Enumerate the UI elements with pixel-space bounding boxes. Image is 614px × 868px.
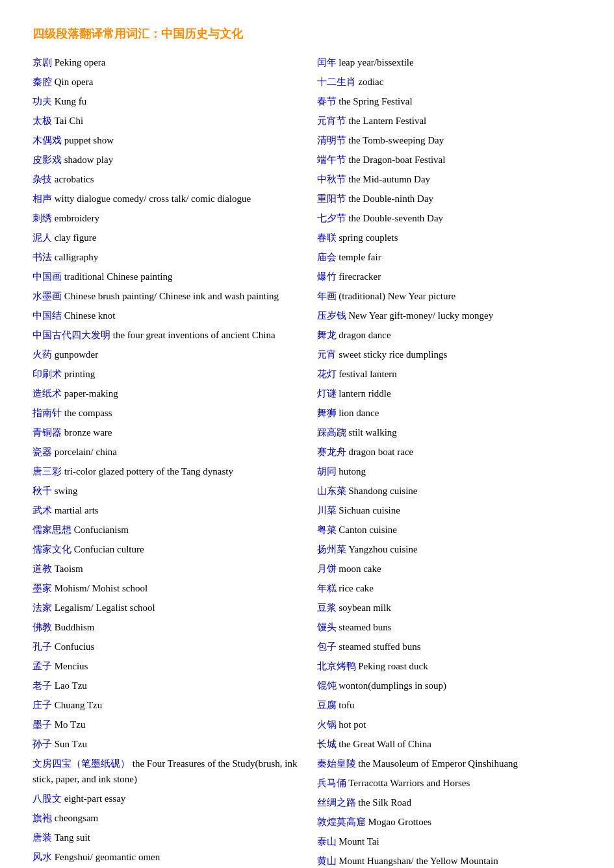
en-text: Lao Tzu [55, 680, 87, 691]
en-text: spring couplets [339, 232, 398, 243]
zh-text: 丝绸之路 [317, 797, 359, 808]
en-text: zodiac [358, 77, 383, 87]
zh-text: 扬州菜 [317, 544, 349, 554]
zh-text: 重阳节 [317, 193, 349, 204]
en-text: swing [55, 486, 78, 496]
zh-text: 泥人 [32, 232, 55, 243]
list-item: 舞狮 lion dance [317, 405, 582, 421]
en-text: steamed buns [339, 622, 391, 632]
list-item: 踩高跷 stilt walking [317, 425, 582, 440]
zh-text: 庄子 [32, 700, 55, 710]
list-item: 丝绸之路 the Silk Road [317, 795, 582, 810]
list-item: 道教 Taoism [32, 561, 298, 577]
en-text: Mount Tai [339, 836, 379, 847]
list-item: 孔子 Confucius [32, 639, 298, 654]
list-item: 扬州菜 Yangzhou cuisine [317, 541, 582, 557]
en-text: the Tomb-sweeping Day [348, 135, 444, 145]
en-text: festival lantern [339, 369, 397, 379]
zh-text: 长城 [317, 739, 339, 749]
en-text: Tai Chi [55, 116, 83, 126]
zh-text: 舞狮 [317, 408, 339, 418]
en-text: cheongsam [55, 813, 98, 823]
left-column: 京剧 Peking opera秦腔 Qin opera功夫 Kung fu太极 … [32, 55, 311, 868]
en-text: eight-part essay [64, 793, 126, 804]
list-item: 山东菜 Shandong cuisine [317, 483, 582, 499]
zh-text: 孙子 [32, 739, 55, 749]
en-text: sweet sticky rice dumplings [339, 349, 447, 360]
list-item: 墨家 Mohism/ Mohist school [32, 580, 298, 596]
zh-text: 佛教 [32, 622, 55, 632]
en-text: moon cake [339, 564, 381, 574]
zh-text: 唐三彩 [32, 466, 64, 477]
list-item: 秋千 swing [32, 483, 298, 499]
page-title: 四级段落翻译常用词汇：中国历史与文化 [32, 26, 582, 42]
en-text: Fengshui/ geomantic omen [55, 852, 160, 862]
zh-text: 儒家思想 [32, 525, 74, 535]
en-text: puppet show [64, 135, 114, 145]
en-text: the Lantern Festival [348, 116, 426, 126]
list-item: 法家 Legalism/ Legalist school [32, 600, 298, 615]
zh-text: 山东菜 [317, 486, 349, 496]
list-item: 武术 martial arts [32, 502, 298, 518]
zh-text: 粤菜 [317, 525, 339, 535]
list-item: 孙子 Sun Tzu [32, 736, 298, 752]
list-item: 粤菜 Canton cuisine [317, 522, 582, 538]
zh-text: 七夕节 [317, 213, 349, 223]
en-text: Kung fu [55, 96, 87, 106]
en-text: Tang suit [55, 832, 90, 843]
list-item: 火药 gunpowder [32, 347, 298, 362]
en-text: the Silk Road [358, 797, 411, 808]
en-text: porcelain/ china [55, 447, 117, 457]
list-item: 京剧 Peking opera [32, 55, 298, 70]
en-text: gunpowder [55, 349, 99, 360]
en-text: embroidery [55, 213, 99, 223]
list-item: 木偶戏 puppet show [32, 132, 298, 148]
zh-text: 秦始皇陵 [317, 758, 359, 769]
list-item: 佛教 Buddhism [32, 619, 298, 635]
list-item: 馒头 steamed buns [317, 619, 582, 635]
zh-text: 秦腔 [32, 77, 55, 87]
zh-text: 爆竹 [317, 271, 339, 282]
zh-text: 孟子 [32, 661, 55, 671]
en-text: printing [64, 369, 96, 379]
en-text: Mount Huangshan/ the Yellow Mountain [339, 856, 498, 866]
en-text: the Great Wall of China [339, 739, 431, 749]
zh-text: 中秋节 [317, 174, 349, 184]
zh-text: 中国古代四大发明 [32, 330, 113, 340]
list-item: 功夫 Kung fu [32, 93, 298, 109]
list-item: 泥人 clay figure [32, 230, 298, 245]
list-item: 川菜 Sichuan cuisine [317, 502, 582, 518]
en-text: Qin opera [55, 77, 94, 87]
en-text: Chinese knot [64, 310, 116, 321]
list-item: 文房四宝（笔墨纸砚） the Four Treasures of the Stu… [32, 756, 298, 787]
en-text: wonton(dumplings in soup) [339, 680, 446, 691]
list-item: 唐三彩 tri-color glazed pottery of the Tang… [32, 464, 298, 479]
list-item: 十二生肖 zodiac [317, 74, 582, 90]
list-item: 月饼 moon cake [317, 561, 582, 577]
zh-text: 年糕 [317, 583, 339, 593]
zh-text: 京剧 [32, 57, 55, 68]
zh-text: 功夫 [32, 96, 55, 106]
zh-text: 年画 [317, 291, 339, 301]
list-item: 指南针 the compass [32, 405, 298, 421]
list-item: 年糕 rice cake [317, 580, 582, 596]
en-text: Confucian culture [74, 544, 144, 554]
zh-text: 秋千 [32, 486, 55, 496]
zh-text: 兵马俑 [317, 778, 349, 788]
list-item: 压岁钱 New Year gift-money/ lucky mongey [317, 308, 582, 323]
list-item: 孟子 Mencius [32, 658, 298, 674]
zh-text: 北京烤鸭 [317, 661, 359, 671]
en-text: Mogao Grottoes [368, 817, 431, 827]
en-text: traditional Chinese painting [64, 271, 173, 282]
zh-text: 文房四宝（笔墨纸砚） [32, 758, 133, 769]
en-text: dragon boat race [348, 447, 413, 457]
content-area: 京剧 Peking opera秦腔 Qin opera功夫 Kung fu太极 … [32, 55, 582, 868]
list-item: 包子 steamed stuffed buns [317, 639, 582, 654]
zh-text: 春联 [317, 232, 339, 243]
list-item: 七夕节 the Double-seventh Day [317, 210, 582, 226]
zh-text: 木偶戏 [32, 135, 64, 145]
en-text: Peking opera [55, 57, 106, 68]
zh-text: 青铜器 [32, 427, 64, 438]
list-item: 中国结 Chinese knot [32, 308, 298, 323]
list-item: 黄山 Mount Huangshan/ the Yellow Mountain [317, 853, 582, 868]
